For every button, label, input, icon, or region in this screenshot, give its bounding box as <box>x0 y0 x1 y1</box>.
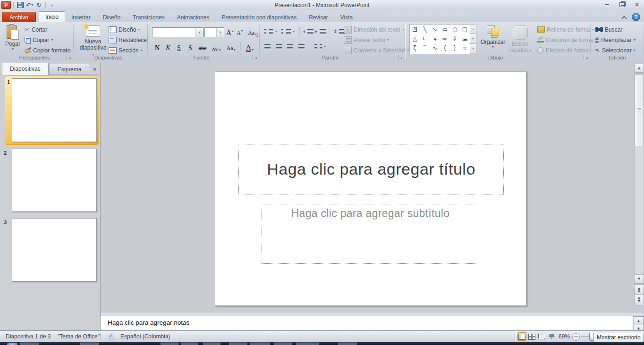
slide-thumbnail-2[interactable] <box>12 149 97 212</box>
tab-diseno[interactable]: Diseño <box>97 12 127 22</box>
shape-gallery-item[interactable]: ⇨ <box>442 36 447 42</box>
bullets-button[interactable]: ▾ <box>264 26 277 36</box>
scroll-down-button[interactable]: ▼ <box>634 275 644 284</box>
taskbar-button[interactable] <box>229 343 247 345</box>
increase-indent-button[interactable] <box>315 26 326 36</box>
shape-gallery-item[interactable]: ☆ <box>462 45 467 51</box>
next-slide-button[interactable]: ▼▼ <box>634 295 644 305</box>
shape-gallery-item[interactable]: △ <box>413 36 417 42</box>
taskbar-button[interactable] <box>296 343 319 345</box>
strikethrough-button[interactable]: abe <box>197 42 208 53</box>
scroll-up-button[interactable]: ▲ <box>634 64 644 73</box>
dialog-launcher-icon[interactable] <box>398 55 403 59</box>
theme-name[interactable]: "Tema de Office" <box>58 333 100 340</box>
tab-transiciones[interactable]: Transiciones <box>127 12 171 22</box>
zoom-level[interactable]: 69% <box>559 333 570 340</box>
tab-insertar[interactable]: Insertar <box>65 12 97 22</box>
restore-button[interactable] <box>618 1 626 8</box>
scrollbar-thumb[interactable] <box>634 75 644 146</box>
taskbar-button[interactable] <box>338 343 357 345</box>
shapes-gallery[interactable]: A ╲ ↘ ▭ ○ ▢ △ ∟ ↳ ⇨ ⇩ ☁ ζ ⌒ ∿ { } ☆ <box>409 24 470 54</box>
slide-thumbnail-1[interactable] <box>12 78 97 142</box>
slide-thumbnail-3[interactable] <box>12 218 97 282</box>
close-button[interactable]: × <box>633 1 641 8</box>
dialog-launcher-icon[interactable] <box>253 55 257 59</box>
notes-scroll-up-button[interactable]: ▲ <box>634 317 644 325</box>
gallery-scroll-down-button[interactable]: ▾ <box>470 34 476 43</box>
taskbar-button[interactable] <box>161 343 178 345</box>
cut-button[interactable]: ✂ Cortar <box>25 25 47 34</box>
character-spacing-button[interactable]: AV▾ <box>210 42 223 53</box>
spell-check-icon[interactable]: ✓ <box>107 334 115 340</box>
replace-button[interactable]: abac Reemplazar ▾ <box>595 35 636 45</box>
slide-counter[interactable]: Diapositiva 1 de 3 <box>6 333 51 340</box>
copy-button[interactable]: Copiar ▾ <box>25 35 53 45</box>
tab-presentacion[interactable]: Presentación con diapositivas <box>215 12 303 22</box>
align-right-button[interactable] <box>287 42 293 51</box>
bold-button[interactable]: N <box>153 42 161 53</box>
tab-esquema[interactable]: Esquema <box>50 64 90 75</box>
taskbar-button[interactable] <box>181 343 198 345</box>
tab-diapositivas[interactable]: Diapositivas <box>2 63 49 75</box>
dialog-launcher-icon[interactable] <box>67 55 71 59</box>
decrease-indent-button[interactable] <box>303 26 314 36</box>
shape-gallery-item[interactable]: { <box>443 45 447 51</box>
close-panel-button[interactable]: × <box>93 66 96 73</box>
tab-vista[interactable]: Vista <box>334 12 359 22</box>
italic-button[interactable]: K <box>164 42 172 53</box>
shape-gallery-item[interactable]: A <box>413 27 417 32</box>
collapse-ribbon-icon[interactable] <box>622 15 626 19</box>
minimize-button[interactable] <box>602 1 611 8</box>
shape-gallery-item[interactable]: ▢ <box>462 26 467 32</box>
new-slide-button[interactable]: Nueva diapositiva ▾ <box>80 25 106 57</box>
shape-fill-button[interactable]: Relleno de forma ▾ <box>537 25 593 34</box>
shape-gallery-item[interactable]: } <box>453 45 457 51</box>
text-shadow-button[interactable]: S <box>186 42 195 53</box>
dialog-launcher-icon[interactable] <box>584 55 588 59</box>
convert-smartart-button[interactable]: Convertir a SmartArt ▾ <box>344 45 409 55</box>
slide-sorter-view-button[interactable] <box>527 332 536 341</box>
shape-effects-button[interactable]: Efectos de formas ▾ <box>537 45 595 55</box>
font-color-button[interactable]: A▾ <box>244 42 256 53</box>
shape-gallery-item[interactable]: ▭ <box>442 26 447 32</box>
taskbar-button[interactable] <box>203 343 220 345</box>
reading-view-button[interactable] <box>537 332 546 341</box>
taskbar-button[interactable] <box>80 343 99 345</box>
tab-archivo[interactable]: Archivo <box>2 12 36 22</box>
shrink-font-button[interactable]: A▾ <box>236 27 244 38</box>
previous-slide-button[interactable]: ▲▲ <box>634 284 644 295</box>
tab-animaciones[interactable]: Animaciones <box>171 12 216 22</box>
shape-gallery-item[interactable]: ○ <box>452 26 457 32</box>
align-left-button[interactable] <box>264 42 271 51</box>
align-text-button[interactable]: Alinear texto ▾ <box>344 35 389 45</box>
justify-button[interactable] <box>298 42 305 51</box>
clear-formatting-button[interactable]: Aa <box>248 27 258 38</box>
text-direction-button[interactable]: ↕ Dirección del texto ▾ <box>344 25 404 34</box>
shape-gallery-item[interactable]: ∟ <box>423 36 427 42</box>
format-painter-button[interactable]: Copiar formato <box>25 45 70 55</box>
shape-gallery-item[interactable]: ⇩ <box>452 36 457 42</box>
align-center-button[interactable] <box>276 42 282 51</box>
tab-revisar[interactable]: Revisar <box>303 12 334 22</box>
numbering-button[interactable]: ▾ <box>281 26 295 36</box>
find-button[interactable]: Buscar <box>595 25 622 34</box>
language-indicator[interactable]: Español (Colombia) <box>120 333 170 340</box>
select-button[interactable]: ↖ Seleccionar ▾ <box>595 45 636 55</box>
paste-button[interactable]: Pegar ▾ <box>4 25 22 51</box>
shape-gallery-item[interactable]: ζ <box>413 45 416 51</box>
slideshow-view-button[interactable] <box>547 332 556 341</box>
shape-gallery-item[interactable]: ╲ <box>423 26 426 32</box>
tab-inicio[interactable]: Inicio <box>39 11 65 22</box>
shape-gallery-item[interactable]: ∿ <box>432 45 437 51</box>
gallery-scroll-up-button[interactable]: ▴ <box>470 24 476 34</box>
reset-button[interactable]: Restablecer <box>109 35 149 45</box>
normal-view-button[interactable] <box>517 332 526 341</box>
notes-pane[interactable]: Haga clic para agregar notas <box>101 316 633 330</box>
start-button[interactable] <box>7 343 17 345</box>
quick-styles-button[interactable]: Estilos rápidos ▾ <box>507 25 534 53</box>
slide-canvas[interactable]: Haga clic para agregar título Haga clic … <box>215 71 526 306</box>
section-button[interactable]: Sección ▾ <box>109 45 143 55</box>
title-placeholder[interactable]: Haga clic para agregar título <box>238 144 504 194</box>
zoom-out-button[interactable]: − <box>572 333 580 341</box>
shape-gallery-item[interactable]: ⌒ <box>422 45 428 51</box>
